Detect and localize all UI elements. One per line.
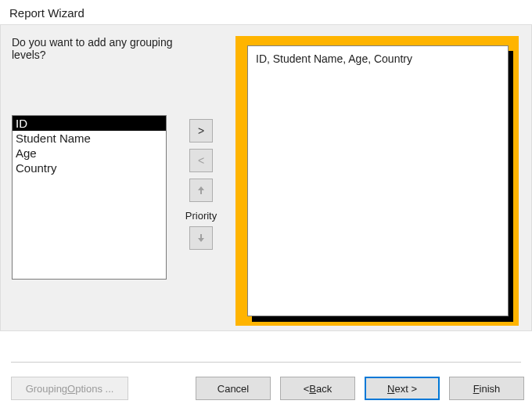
finish-button[interactable]: Finish [449, 377, 524, 400]
list-item[interactable]: Age [13, 146, 166, 161]
cancel-button[interactable]: Cancel [196, 377, 271, 400]
chevron-right-icon: > [198, 125, 204, 137]
add-group-button[interactable]: > [189, 119, 213, 143]
grouping-options-button: Grouping Options ... [11, 377, 128, 400]
list-item[interactable]: Country [13, 161, 166, 175]
arrow-down-icon [197, 233, 205, 243]
preview-field-list: ID, Student Name, Age, Country [256, 52, 500, 65]
available-fields-list[interactable]: ID Student Name Age Country [12, 115, 167, 280]
report-preview-frame: ID, Student Name, Age, Country [235, 36, 519, 326]
prompt-text: Do you want to add any grouping levels? [12, 36, 176, 61]
arrow-up-icon [197, 186, 205, 195]
wizard-footer: Grouping Options ... Cancel < Back Next … [0, 352, 532, 415]
back-button[interactable]: < Back [280, 377, 355, 400]
preview-page: ID, Student Name, Age, Country [247, 45, 509, 316]
priority-up-button[interactable] [189, 179, 213, 202]
wizard-content: Do you want to add any grouping levels? … [0, 24, 532, 331]
list-item[interactable]: ID [13, 116, 166, 131]
priority-label: Priority [185, 210, 217, 222]
footer-buttons: Grouping Options ... Cancel < Back Next … [0, 363, 532, 400]
list-item[interactable]: Student Name [13, 131, 166, 146]
priority-down-button[interactable] [189, 226, 213, 250]
remove-group-button[interactable]: < [189, 149, 213, 172]
grouping-controls: > < Priority [179, 119, 223, 256]
chevron-left-icon: < [198, 154, 204, 167]
window-title: Report Wizard [0, 0, 532, 24]
next-button[interactable]: Next > [365, 377, 440, 400]
